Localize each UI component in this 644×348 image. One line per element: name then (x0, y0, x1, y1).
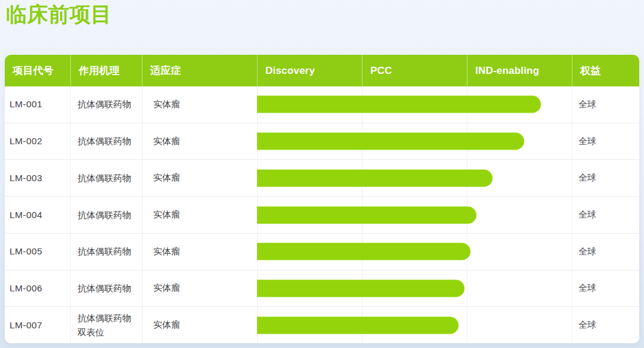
mechanism-line: 抗体偶联药物 (78, 244, 131, 259)
table-row-lm-003: LM-003抗体偶联药物实体瘤全球 (5, 159, 639, 196)
pipeline-table: 项目代号作用机理适应症DiscoveryPCCIND-enabling权益 LM… (5, 55, 639, 343)
project-code-cell: LM-003 (5, 160, 70, 196)
progress-bar (257, 96, 541, 113)
mechanism-line: 抗体偶联药物 (78, 208, 131, 222)
rights-cell: 全球 (572, 123, 639, 160)
column-header-discovery: Discovery (257, 55, 362, 86)
table-row-lm-006: LM-006抗体偶联药物实体瘤全球 (5, 270, 639, 307)
mechanism-cell: 抗体偶联药物 (70, 160, 142, 196)
rights-cell: 全球 (572, 86, 639, 123)
progress-bar (257, 316, 459, 334)
progress-bar (257, 169, 493, 187)
progress-bar (257, 279, 465, 297)
mechanism-cell: 抗体偶联药物 (70, 271, 142, 307)
column-header-rights: 权益 (572, 55, 639, 86)
rights-cell: 全球 (572, 307, 639, 343)
project-code-cell: LM-006 (5, 271, 70, 307)
table-row-lm-005: LM-005抗体偶联药物实体瘤全球 (5, 233, 639, 270)
table-row-lm-004: LM-004抗体偶联药物实体瘤全球 (5, 196, 639, 233)
rights-cell: 全球 (572, 234, 639, 270)
page-background: { "page": { "title": "临床前项目" }, "colors"… (0, 0, 644, 348)
page-title: 临床前项目 (6, 0, 112, 29)
indication-cell: 实体瘤 (142, 271, 257, 307)
rights-cell: 全球 (572, 271, 639, 307)
mechanism-line: 抗体偶联药物 (78, 97, 131, 111)
project-code-cell: LM-007 (5, 307, 70, 343)
stage-cell-ind-enabling (467, 234, 572, 270)
mechanism-line: 抗体偶联药物 (78, 134, 131, 148)
mechanism-cell: 抗体偶联药物 (70, 123, 142, 160)
column-header-indication: 适应症 (142, 55, 257, 86)
table-header-row: 项目代号作用机理适应症DiscoveryPCCIND-enabling权益 (5, 55, 639, 86)
table-row-lm-001: LM-001抗体偶联药物实体瘤全球 (5, 86, 639, 123)
table-body: LM-001抗体偶联药物实体瘤全球LM-002抗体偶联药物实体瘤全球LM-003… (5, 86, 639, 343)
column-header-mechanism: 作用机理 (70, 55, 142, 86)
column-header-ind_enabling: IND-enabling (467, 55, 572, 86)
indication-cell: 实体瘤 (142, 86, 257, 123)
table-row-lm-007: LM-007抗体偶联药物双表位实体瘤全球 (5, 306, 639, 343)
stage-cell-ind-enabling (467, 197, 572, 233)
project-code-cell: LM-004 (5, 197, 70, 233)
mechanism-line: 抗体偶联药物 (78, 171, 131, 185)
indication-cell: 实体瘤 (142, 234, 257, 270)
column-header-code: 项目代号 (5, 55, 70, 86)
progress-bar (257, 243, 470, 260)
stage-cell-ind-enabling (467, 271, 572, 307)
mechanism-cell: 抗体偶联药物 (70, 197, 142, 233)
mechanism-cell: 抗体偶联药物 (70, 234, 142, 270)
stage-cell-ind-enabling (467, 307, 572, 343)
rights-cell: 全球 (572, 160, 639, 196)
progress-bar (257, 133, 524, 150)
mechanism-line: 抗体偶联药物 (78, 281, 131, 296)
mechanism-line: 双表位 (78, 325, 104, 340)
project-code-cell: LM-002 (5, 123, 70, 160)
indication-cell: 实体瘤 (142, 307, 257, 343)
column-header-pcc: PCC (362, 55, 467, 86)
mechanism-cell: 抗体偶联药物双表位 (70, 307, 142, 343)
rights-cell: 全球 (572, 197, 639, 233)
indication-cell: 实体瘤 (142, 197, 257, 233)
mechanism-cell: 抗体偶联药物 (70, 86, 142, 123)
table-row-lm-002: LM-002抗体偶联药物实体瘤全球 (5, 123, 639, 160)
progress-bar (257, 206, 476, 223)
mechanism-line: 抗体偶联药物 (78, 311, 131, 325)
project-code-cell: LM-005 (5, 234, 70, 270)
indication-cell: 实体瘤 (142, 123, 257, 160)
indication-cell: 实体瘤 (142, 160, 257, 196)
project-code-cell: LM-001 (5, 86, 70, 123)
